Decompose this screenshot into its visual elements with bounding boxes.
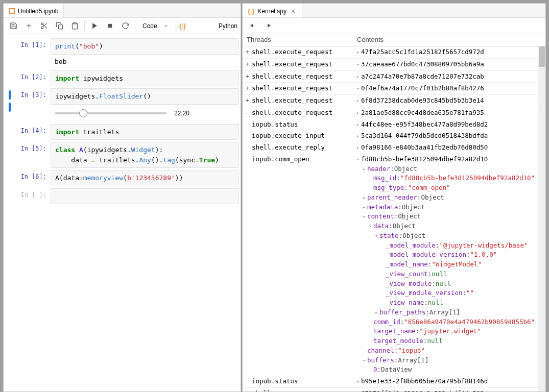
copy-button[interactable] — [53, 19, 66, 33]
notebook-cell[interactable]: In [4]:import traitlets — [6, 124, 238, 140]
tree-caret[interactable] — [379, 298, 386, 300]
close-icon[interactable]: × — [290, 8, 297, 15]
scrollbar[interactable] — [538, 46, 545, 391]
expand-toggle[interactable]: - — [243, 107, 252, 119]
expand-toggle[interactable]: + — [243, 83, 252, 94]
tree-caret[interactable]: ▸ — [361, 193, 367, 202]
tree-caret[interactable] — [379, 250, 386, 252]
thread-row[interactable]: -shell.execute_request▸2a81ae5d88cc9c4d8… — [243, 107, 545, 119]
slider-thumb[interactable] — [79, 109, 87, 117]
sub-message-row[interactable]: shell.execute_reply▸0fa98166-e840b3aa41f… — [243, 142, 545, 154]
tree-caret[interactable] — [379, 270, 386, 271]
expand-toggle[interactable]: + — [243, 388, 252, 391]
scrollbar-thumb[interactable] — [539, 46, 545, 67]
notebook-cell[interactable]: In [5]:class A(ipywidgets.Widget): data … — [6, 142, 238, 168]
notebook-tab[interactable]: Untitled5.ipynb — [4, 4, 64, 17]
expand-toggle[interactable]: + — [243, 59, 252, 70]
spy-next-button[interactable] — [262, 19, 275, 32]
cell-prompt: In [5]: — [13, 142, 51, 168]
cell-output: bob — [51, 55, 238, 68]
tree-caret[interactable]: ▾ — [367, 222, 373, 230]
tree-caret[interactable] — [379, 260, 386, 261]
code-input[interactable]: print("bob") — [51, 38, 238, 55]
tree-caret[interactable] — [379, 288, 386, 290]
code-input[interactable]: A(data=memoryview(b'123456789')) — [51, 170, 238, 186]
tree-caret[interactable] — [367, 336, 373, 338]
svg-point-3 — [41, 27, 43, 29]
notebook-cell[interactable]: In [ ]: — [6, 188, 238, 205]
tree-caret[interactable]: ▸ — [355, 47, 361, 56]
add-cell-button[interactable] — [22, 19, 35, 33]
code-input[interactable]: import ipywidgets — [51, 70, 238, 87]
tree-caret[interactable]: ▸ — [355, 72, 361, 81]
tree-caret[interactable]: ▸ — [355, 108, 361, 117]
cell-prompt: In [ ]: — [13, 188, 51, 205]
cell-type-dropdown[interactable]: Code — [138, 20, 173, 32]
svg-line-6 — [43, 24, 44, 26]
tree-caret[interactable] — [367, 183, 373, 185]
tree-caret[interactable]: ▸ — [355, 377, 361, 385]
tree-caret[interactable]: ▾ — [361, 356, 367, 364]
sub-message-row[interactable]: iopub.status▸44fc48ee-e95f348bec477a8d99… — [243, 119, 545, 131]
restart-button[interactable] — [118, 19, 132, 33]
tree-caret[interactable] — [379, 241, 386, 242]
tree-caret[interactable]: ▸ — [361, 203, 367, 211]
tree-caret[interactable]: ▾ — [361, 212, 367, 220]
notebook-cell[interactable]: In [3]:ipywidgets.FloatSlider()22.20 — [6, 88, 238, 122]
spy-tab[interactable]: {:} Kernel spy × — [243, 4, 302, 17]
tree-caret[interactable] — [367, 174, 373, 175]
tree-caret[interactable]: ▸ — [361, 164, 367, 173]
paste-button[interactable] — [68, 19, 81, 33]
code-input[interactable]: import traitlets — [51, 124, 238, 140]
tree-caret[interactable]: ▾ — [373, 231, 379, 240]
tree-caret[interactable]: ▸ — [373, 308, 379, 316]
thread-row[interactable]: +shell.comm_msg▸67279ff1d0e63606e9c522eb… — [243, 388, 545, 391]
svg-marker-11 — [250, 23, 253, 28]
tree-caret[interactable] — [361, 346, 367, 348]
notebook-cell[interactable]: In [2]:import ipywidgets — [6, 70, 238, 87]
notebook-toolbar: Code {:} Python — [4, 18, 241, 34]
sub-message-row[interactable]: iopub.status▸b95e1e33-2f8bb605be70a795bf… — [243, 376, 545, 388]
sub-message-row[interactable]: iopub.execute_input▸5ca3d164-044f79db5dc… — [243, 130, 545, 142]
notebook-cell[interactable]: In [1]:print("bob")bob — [6, 38, 238, 68]
thread-row[interactable]: +shell.execute_request▸37caeaae677bd0c47… — [243, 59, 545, 71]
svg-marker-12 — [268, 23, 271, 28]
cut-button[interactable] — [37, 19, 51, 33]
expand-toggle[interactable]: + — [243, 71, 252, 83]
notebook-body[interactable]: In [1]:print("bob")bobIn [2]:import ipyw… — [4, 34, 241, 391]
thread-row[interactable]: +shell.execute_request▸a7c2474a70e7b87a8… — [243, 71, 545, 83]
spy-body[interactable]: +shell.execute_request▸47fa25acc5c1fd1a2… — [243, 46, 545, 391]
thread-contents: ▸67279ff1d0e63606e9c522ebdf44a593 — [353, 388, 545, 391]
save-button[interactable] — [7, 19, 20, 33]
tree-caret[interactable]: ▸ — [355, 96, 361, 105]
kernel-spy-icon[interactable]: {:} — [179, 22, 186, 30]
tree-caret[interactable]: ▾ — [355, 155, 361, 163]
thread-row[interactable]: +shell.execute_request▸0f4ef6a74a1770c7f… — [243, 83, 545, 95]
expand-toggle[interactable]: + — [243, 95, 252, 107]
thread-row[interactable]: +shell.execute_request▸47fa25acc5c1fd1a2… — [243, 46, 545, 59]
tree-caret[interactable] — [367, 317, 373, 319]
expand-toggle[interactable]: + — [243, 46, 252, 58]
thread-name: shell.execute_request — [252, 71, 353, 83]
tree-caret[interactable]: ▸ — [355, 120, 361, 129]
spy-prev-button[interactable] — [246, 19, 259, 32]
tree-caret[interactable]: ▸ — [355, 131, 361, 140]
svg-rect-10 — [108, 24, 112, 28]
tree-caret[interactable] — [367, 327, 373, 328]
tree-caret[interactable]: ▸ — [355, 60, 361, 68]
code-input[interactable] — [51, 188, 238, 205]
tree-caret[interactable] — [379, 279, 386, 281]
tree-caret[interactable] — [367, 365, 373, 366]
thread-name: shell.comm_msg — [252, 388, 353, 391]
code-input[interactable]: ipywidgets.FloatSlider() — [51, 88, 238, 105]
tree-caret[interactable]: ▸ — [355, 143, 361, 152]
thread-row[interactable]: +shell.execute_request▸6f8d37238dcab0de9… — [243, 95, 545, 107]
tree-caret[interactable]: ▸ — [355, 84, 361, 92]
stop-button[interactable] — [103, 19, 116, 33]
code-input[interactable]: class A(ipywidgets.Widget): data = trait… — [51, 142, 238, 168]
float-slider-widget[interactable]: 22.20 — [51, 105, 238, 122]
comm-open-row[interactable]: iopub.comm_open▾fd88cb5b-befe38125094dbe… — [243, 154, 545, 376]
run-button[interactable] — [88, 19, 101, 33]
tree-caret[interactable]: ▸ — [355, 389, 361, 391]
notebook-cell[interactable]: In [6]:A(data=memoryview(b'123456789')) — [6, 170, 238, 186]
